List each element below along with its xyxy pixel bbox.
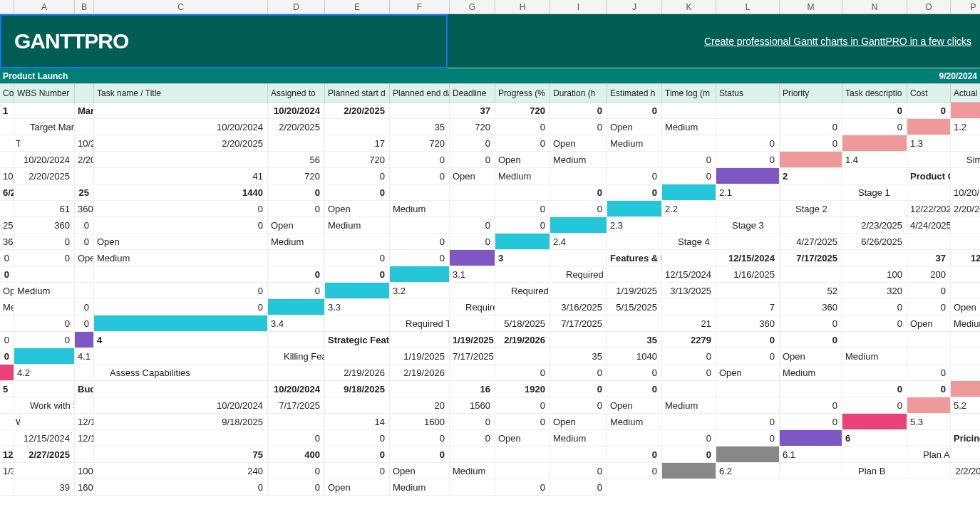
col-header[interactable]: J: [607, 0, 662, 14]
priority-cell[interactable]: Medium: [495, 168, 550, 184]
status-cell[interactable]: [662, 103, 716, 119]
blank-cell[interactable]: [14, 381, 75, 397]
status-cell[interactable]: [390, 184, 450, 201]
deadline-cell[interactable]: [607, 315, 662, 332]
color-swatch-cell[interactable]: [716, 446, 780, 463]
task-cell[interactable]: Budget: [75, 381, 94, 397]
est-cell[interactable]: 0: [780, 315, 842, 332]
actual-cell[interactable]: 0: [907, 381, 951, 397]
status-cell[interactable]: Open: [780, 348, 842, 365]
color-swatch-cell[interactable]: [842, 414, 907, 430]
wbs-cell[interactable]: 1.2: [951, 119, 980, 135]
actual-cell[interactable]: 0: [716, 152, 780, 168]
task-cell[interactable]: Required Know-How: [450, 299, 495, 315]
priority-cell[interactable]: Medium: [780, 365, 842, 381]
progress-cell[interactable]: 4: [951, 234, 980, 250]
task-cell[interactable]: Stage 1: [842, 184, 907, 201]
wbs-cell[interactable]: 2.3: [607, 217, 662, 234]
assigned-cell[interactable]: [75, 397, 94, 414]
blank-cell[interactable]: [325, 315, 390, 332]
desc-cell[interactable]: [907, 348, 951, 365]
color-swatch-cell[interactable]: [842, 135, 907, 152]
priority-cell[interactable]: Medium: [607, 135, 662, 152]
progress-cell[interactable]: 37: [450, 103, 495, 119]
est-cell[interactable]: 0: [325, 168, 390, 184]
start-cell[interactable]: 10/20/2024: [268, 381, 325, 397]
priority-cell[interactable]: Medium: [14, 283, 75, 299]
start-cell[interactable]: 2/2/2025: [951, 463, 980, 479]
est-cell[interactable]: 0: [390, 152, 450, 168]
actual-cell[interactable]: 0: [607, 184, 662, 201]
progress-cell[interactable]: 25: [75, 184, 94, 201]
tlog-cell[interactable]: 0: [662, 365, 716, 381]
actual-cell[interactable]: 0: [75, 315, 94, 332]
desc-cell[interactable]: [94, 266, 268, 283]
actual-cell[interactable]: 0: [268, 283, 325, 299]
duration-cell[interactable]: 360: [0, 234, 14, 250]
start-cell[interactable]: 10/20/2024: [94, 119, 268, 135]
duration-cell[interactable]: 160: [75, 479, 94, 496]
blank-cell[interactable]: [842, 446, 907, 463]
blank-cell[interactable]: [842, 168, 907, 184]
header-estimated[interactable]: Estimated h: [607, 84, 662, 103]
desc-cell[interactable]: [716, 397, 780, 414]
desc-cell[interactable]: [325, 234, 390, 250]
progress-cell[interactable]: 41: [94, 168, 268, 184]
blank-cell[interactable]: [550, 250, 607, 266]
task-cell[interactable]: Strategic Features: [325, 332, 390, 348]
actual-cell[interactable]: 0: [780, 135, 842, 152]
status-cell[interactable]: Open: [390, 463, 450, 479]
desc-cell[interactable]: [75, 283, 94, 299]
tlog-cell[interactable]: 0: [268, 201, 325, 217]
priority-cell[interactable]: [716, 103, 780, 119]
cost-cell[interactable]: 0: [495, 479, 550, 496]
wbs-cell[interactable]: 1: [0, 103, 14, 119]
cost-cell[interactable]: 0: [780, 397, 842, 414]
color-swatch-cell[interactable]: [662, 463, 716, 479]
tlog-cell[interactable]: 0: [550, 397, 607, 414]
cost-cell[interactable]: 0: [75, 299, 94, 315]
wbs-cell[interactable]: 2.1: [716, 184, 780, 201]
est-cell[interactable]: 0: [450, 414, 495, 430]
assigned-cell[interactable]: [951, 168, 980, 184]
wbs-cell[interactable]: 6: [842, 430, 907, 446]
header-task[interactable]: Task name / Title: [94, 84, 268, 103]
actual-cell[interactable]: 0: [495, 217, 550, 234]
blank-cell[interactable]: [14, 103, 75, 119]
start-cell[interactable]: 10/20/2024: [14, 152, 75, 168]
desc-cell[interactable]: [780, 103, 842, 119]
desc-cell[interactable]: [550, 168, 607, 184]
progress-cell[interactable]: 7: [716, 299, 780, 315]
tlog-cell[interactable]: 0: [0, 266, 14, 283]
desc-cell[interactable]: [0, 315, 14, 332]
deadline-cell[interactable]: [75, 168, 94, 184]
color-swatch-cell[interactable]: [450, 250, 495, 266]
status-cell[interactable]: Open: [607, 119, 662, 135]
start-cell[interactable]: 12/15/2024: [716, 250, 780, 266]
col-header[interactable]: L: [716, 0, 780, 14]
est-cell[interactable]: 0: [450, 135, 495, 152]
duration-cell[interactable]: 720: [390, 135, 450, 152]
assigned-cell[interactable]: [907, 184, 951, 201]
assigned-cell[interactable]: [268, 365, 325, 381]
est-cell[interactable]: 0: [550, 381, 607, 397]
start-cell[interactable]: 10/20/2024: [75, 135, 94, 152]
blank-cell[interactable]: [268, 332, 325, 348]
col-header[interactable]: D: [268, 0, 325, 14]
progress-cell[interactable]: 100: [75, 463, 94, 479]
cost-cell[interactable]: 0: [607, 168, 662, 184]
duration-cell[interactable]: 200: [907, 266, 951, 283]
est-cell[interactable]: 0: [390, 430, 450, 446]
col-header[interactable]: M: [780, 0, 842, 14]
end-cell[interactable]: 6/26/2025: [0, 184, 14, 201]
deadline-cell[interactable]: [0, 479, 14, 496]
tlog-cell[interactable]: 0: [495, 414, 550, 430]
task-cell[interactable]: Features & Functions: [607, 250, 662, 266]
end-cell[interactable]: 2/20/2025: [951, 201, 980, 217]
assigned-cell[interactable]: [607, 266, 662, 283]
blank-cell[interactable]: [907, 152, 951, 168]
duration-cell[interactable]: 1440: [94, 184, 268, 201]
deadline-cell[interactable]: [0, 201, 14, 217]
end-cell[interactable]: 2/20/2025: [94, 135, 268, 152]
priority-cell[interactable]: [495, 446, 550, 463]
